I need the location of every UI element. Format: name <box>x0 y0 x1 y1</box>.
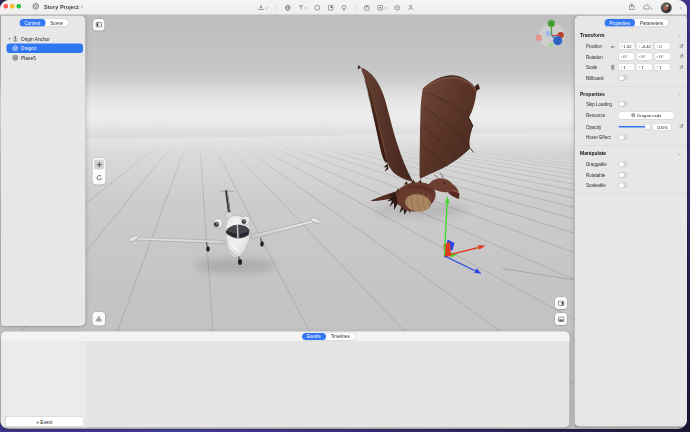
scene-hierarchy-panel: Content Scene ▾ Origin Anchor ▾ Dragon ▾… <box>1 16 86 327</box>
device-preview-button[interactable] <box>394 4 401 11</box>
rotatable-row: Rotatable <box>575 170 688 181</box>
title-chevron-icon[interactable]: ˅ <box>80 5 83 10</box>
import-menu-chevron-icon: ˅ <box>266 5 268 10</box>
axis-negx-sphere[interactable] <box>536 35 542 41</box>
reset-opacity-button[interactable]: ↺ <box>679 124 683 130</box>
divider <box>575 86 688 87</box>
collapse-chevron-icon[interactable]: ⌄ <box>678 32 682 37</box>
rotate-tool-button[interactable] <box>94 173 104 183</box>
tree-item-label: Dragon <box>21 46 37 52</box>
scaleable-toggle[interactable] <box>619 183 628 189</box>
skip-loading-toggle[interactable] <box>619 101 628 107</box>
stepper-icon[interactable]: ▲▼ <box>656 44 658 47</box>
tab-properties[interactable]: Properties <box>605 19 636 27</box>
divider <box>575 194 688 195</box>
inspector-panel: Properties Parameters Transform⌄ Positio… <box>575 16 688 427</box>
account-avatar[interactable] <box>661 2 672 13</box>
add-image-button[interactable] <box>328 4 335 11</box>
toolbar: ˅ ˅ ˅ <box>258 2 415 14</box>
stepper-icon[interactable]: ▲▼ <box>620 65 622 68</box>
tab-events[interactable]: Events <box>302 333 326 340</box>
behaviors-panel-header <box>1 332 570 342</box>
sidebar-left-icon <box>96 22 103 28</box>
panel-bottom-icon <box>558 316 565 322</box>
titlebar-right: ˅ ˅ <box>628 2 682 14</box>
collaborate-button[interactable] <box>408 4 415 11</box>
capture-button[interactable]: ˅ <box>377 4 387 11</box>
rotation-x-field[interactable]: ▲▼0° <box>619 53 635 60</box>
stepper-icon[interactable]: ▲▼ <box>656 65 658 68</box>
stepper-icon[interactable]: ▲▼ <box>638 44 640 47</box>
stepper-icon[interactable]: ▲▼ <box>620 44 622 47</box>
window-title: Story Project˅ <box>44 4 83 10</box>
collapse-chevron-icon[interactable]: ⌄ <box>678 151 682 156</box>
scale-link-icon[interactable] <box>611 65 616 71</box>
tab-parameters[interactable]: Parameters <box>635 19 668 27</box>
panel-right-icon <box>558 300 565 306</box>
rotation-y-field[interactable]: ▲▼0° <box>637 53 653 60</box>
close-window-button[interactable] <box>4 4 9 9</box>
scale-x-field[interactable]: ▲▼1 <box>619 64 635 71</box>
tab-scene[interactable]: Scene <box>45 19 68 27</box>
stepper-icon[interactable]: ▲▼ <box>638 65 640 68</box>
account-menu-chevron-icon[interactable]: ˅ <box>680 5 682 10</box>
toggle-left-sidebar-button[interactable] <box>93 19 105 31</box>
rotation-z-field[interactable]: ▲▼0° <box>655 53 671 60</box>
tab-timelines[interactable]: Timelines <box>326 333 355 340</box>
billboard-toggle[interactable] <box>619 75 628 81</box>
stepper-icon[interactable]: ▲▼ <box>656 55 658 58</box>
reset-scale-button[interactable]: ↺ <box>679 64 683 70</box>
inspector-tabs: Properties Parameters <box>605 19 669 27</box>
scale-z-field[interactable]: ▲▼1 <box>655 64 671 71</box>
reset-position-button[interactable]: ↺ <box>679 43 683 49</box>
scale-y-field[interactable]: ▲▼1 <box>637 64 653 71</box>
tree-item-plane5[interactable]: ▾ Plane5 <box>1 53 86 63</box>
add-light-button[interactable] <box>341 4 347 11</box>
toggle-bottom-panel-button[interactable] <box>555 313 567 325</box>
ar-anchor-button[interactable] <box>93 312 106 326</box>
move-tool-button[interactable] <box>94 160 104 170</box>
toolbar-separator <box>276 4 277 11</box>
add-object-button[interactable] <box>284 4 291 11</box>
section-properties[interactable]: Properties⌄ <box>575 90 688 98</box>
events-list: + Event <box>1 342 86 428</box>
stepper-icon[interactable]: ▲▼ <box>620 55 622 58</box>
toolbar-separator <box>355 4 356 11</box>
tree-item-dragon[interactable]: ▾ Dragon <box>1 44 86 54</box>
toggle-right-panel-button[interactable] <box>555 297 567 309</box>
hover-effect-toggle[interactable] <box>619 135 628 141</box>
slider-knob[interactable] <box>645 124 651 130</box>
orientation-axes[interactable] <box>536 20 565 47</box>
billboard-row: Billboard <box>575 73 688 84</box>
collapse-chevron-icon[interactable]: ⌄ <box>678 91 682 96</box>
position-y-field[interactable]: ▲▼-0.42 <box>637 43 653 50</box>
entity-icon <box>12 55 19 62</box>
zoom-window-button[interactable] <box>17 4 22 9</box>
position-x-field[interactable]: ▲▼1.32 <box>619 43 635 50</box>
scale-row: Scale ▲▼1 ▲▼1 ▲▼1 ↺ <box>575 62 688 73</box>
position-z-field[interactable]: ▲▼0 <box>655 43 671 50</box>
export-button[interactable] <box>364 4 371 11</box>
stepper-icon[interactable]: ▲▼ <box>638 55 640 58</box>
draggable-row: Draggable <box>575 159 688 170</box>
section-manipulate[interactable]: Manipulate⌄ <box>575 149 688 157</box>
cloud-status-button[interactable]: ˅ <box>643 3 653 12</box>
transform-tool-picker <box>93 158 106 185</box>
view-orientation-gizmo[interactable] <box>535 17 565 47</box>
import-button[interactable]: ˅ <box>258 4 268 11</box>
axis-negz-sphere[interactable] <box>546 31 552 37</box>
rotatable-toggle[interactable] <box>619 172 628 178</box>
reset-rotation-button[interactable]: ↺ <box>679 54 683 60</box>
draggable-toggle[interactable] <box>619 162 628 168</box>
tree-item-origin-anchor[interactable]: ▾ Origin Anchor <box>1 34 86 44</box>
resource-button[interactable]: Dragon.usdz <box>618 112 675 119</box>
add-shape-button[interactable] <box>314 4 321 11</box>
add-event-button[interactable]: + Event <box>6 417 84 427</box>
minimize-window-button[interactable] <box>10 4 15 9</box>
opacity-slider[interactable] <box>619 126 651 128</box>
add-text-button[interactable]: ˅ <box>298 5 307 11</box>
section-transform[interactable]: Transform⌄ <box>575 31 688 39</box>
opacity-field[interactable]: 100% <box>653 123 672 130</box>
share-button[interactable] <box>628 3 635 13</box>
tab-content[interactable]: Content <box>20 19 46 27</box>
